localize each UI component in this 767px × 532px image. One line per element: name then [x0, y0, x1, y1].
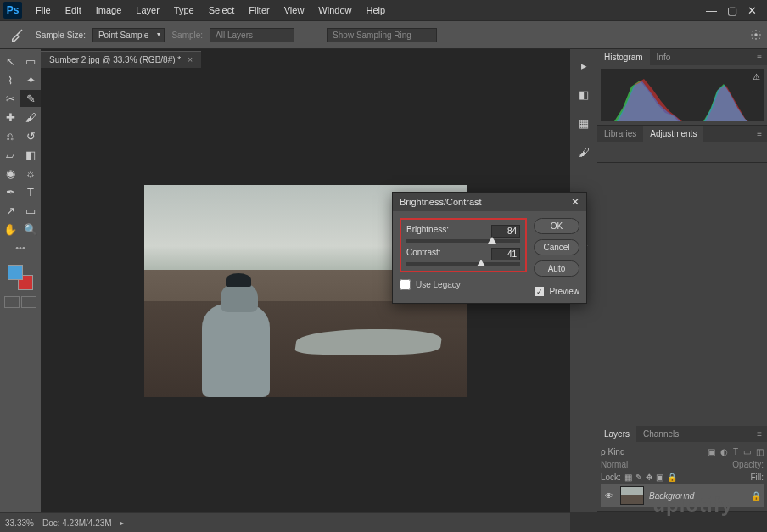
lock-paint-icon[interactable]: ✎	[635, 473, 642, 482]
menu-type[interactable]: Type	[167, 2, 201, 19]
crop-tool-icon[interactable]: ✂	[0, 90, 20, 107]
strip-color-icon[interactable]: ◧	[574, 85, 593, 104]
magic-wand-tool-icon[interactable]: ✦	[20, 71, 41, 88]
menu-layer[interactable]: Layer	[129, 2, 166, 19]
menu-select[interactable]: Select	[202, 2, 242, 19]
brightness-value-input[interactable]: 84	[491, 225, 520, 238]
brightness-slider[interactable]	[406, 239, 520, 243]
path-tool-icon[interactable]: ↗	[0, 202, 20, 219]
type-tool-icon[interactable]: T	[20, 183, 41, 200]
preview-check-icon[interactable]: ✓	[535, 287, 544, 296]
filter-shape-icon[interactable]: ▭	[743, 447, 751, 456]
toolbox-more-icon[interactable]: •••	[15, 243, 25, 253]
move-tool-icon[interactable]: ↖	[0, 53, 20, 70]
document-tab-bar: Sumber 2.jpg @ 33.3% (RGB/8#) * ×	[41, 49, 570, 70]
preview-checkbox[interactable]: ✓ Preview	[534, 287, 579, 296]
lasso-tool-icon[interactable]: ⌇	[0, 71, 20, 88]
tab-libraries[interactable]: Libraries	[597, 126, 643, 142]
options-gear-icon[interactable]	[750, 29, 762, 41]
blend-mode-dropdown[interactable]: Normal	[601, 460, 628, 469]
menu-view[interactable]: View	[277, 2, 311, 19]
menu-image[interactable]: Image	[89, 2, 129, 19]
tab-layers[interactable]: Layers	[597, 426, 636, 442]
contrast-slider[interactable]	[406, 262, 520, 266]
cancel-button[interactable]: Cancel	[534, 239, 579, 255]
tab-info[interactable]: Info	[650, 49, 678, 65]
use-legacy-checkbox[interactable]: Use Legacy	[400, 279, 527, 290]
contrast-label: Contrast:	[406, 248, 441, 260]
lock-label: Lock:	[601, 473, 621, 482]
filter-smart-icon[interactable]: ◫	[756, 447, 764, 456]
marquee-tool-icon[interactable]: ▭	[20, 53, 41, 70]
auto-button[interactable]: Auto	[534, 260, 579, 277]
panel-menu-icon[interactable]: ≡	[752, 49, 767, 65]
tab-channels[interactable]: Channels	[636, 426, 686, 442]
menu-edit[interactable]: Edit	[59, 2, 88, 19]
sampling-ring-field[interactable]: Show Sampling Ring	[327, 28, 437, 42]
tab-histogram[interactable]: Histogram	[597, 49, 650, 65]
menu-filter[interactable]: Filter	[242, 2, 276, 19]
strip-brush-icon[interactable]: 🖌	[574, 143, 593, 161]
gradient-tool-icon[interactable]: ◧	[20, 146, 41, 163]
eyedropper-tool-icon[interactable]: ✎	[20, 90, 41, 107]
shape-tool-icon[interactable]: ▭	[20, 202, 41, 219]
history-brush-tool-icon[interactable]: ↺	[20, 127, 41, 144]
lock-transparency-icon[interactable]: ▦	[624, 473, 632, 482]
tab-adjustments[interactable]: Adjustments	[643, 126, 703, 142]
ok-button[interactable]: OK	[534, 218, 579, 234]
histogram-warning-icon[interactable]: ⚠	[753, 72, 760, 81]
svg-point-0	[754, 33, 758, 36]
dialog-highlight-box: Brightness: 84 Contrast: 41	[400, 218, 527, 272]
contrast-thumb[interactable]	[477, 260, 485, 266]
zoom-level[interactable]: 33.33%	[5, 518, 34, 528]
close-icon[interactable]: ✕	[747, 4, 757, 17]
sample-field[interactable]: All Layers	[210, 28, 294, 42]
filter-type-icon[interactable]: T	[733, 447, 738, 456]
sample-size-dropdown[interactable]: Point Sample	[92, 28, 165, 42]
minimize-icon[interactable]: —	[706, 4, 717, 17]
menu-help[interactable]: Help	[359, 2, 392, 19]
brush-tool-icon[interactable]: 🖌	[20, 109, 41, 126]
quickmask-icon[interactable]	[4, 296, 20, 308]
filter-image-icon[interactable]: ▣	[708, 447, 715, 456]
hand-tool-icon[interactable]: ✋	[0, 221, 20, 238]
brightness-thumb[interactable]	[488, 237, 496, 244]
dodge-tool-icon[interactable]: ☼	[20, 165, 41, 182]
lock-all-icon[interactable]: 🔒	[667, 473, 677, 482]
zoom-tool-icon[interactable]: 🔍	[20, 221, 41, 238]
tab-close-icon[interactable]: ×	[188, 55, 193, 64]
layer-filter-kind[interactable]: ρ Kind	[601, 447, 624, 456]
pen-tool-icon[interactable]: ✒	[0, 183, 20, 200]
blur-tool-icon[interactable]: ◉	[0, 165, 20, 182]
right-panels: Histogram Info ≡ ⚠ Libraries	[597, 49, 767, 512]
filter-adjust-icon[interactable]: ◐	[720, 447, 728, 456]
maximize-icon[interactable]: ▢	[727, 4, 737, 17]
dialog-title-bar[interactable]: Brightness/Contrast ✕	[393, 193, 586, 211]
document-tab[interactable]: Sumber 2.jpg @ 33.3% (RGB/8#) * ×	[41, 51, 201, 68]
heal-tool-icon[interactable]: ✚	[0, 109, 20, 126]
menu-file[interactable]: File	[29, 2, 58, 19]
lock-artboard-icon[interactable]: ▣	[656, 473, 663, 482]
current-tool-eyedropper-icon[interactable]	[5, 25, 29, 44]
dialog-close-icon[interactable]: ✕	[571, 196, 579, 208]
layer-thumbnail[interactable]	[620, 486, 644, 505]
menu-window[interactable]: Window	[311, 2, 358, 19]
doc-info[interactable]: Doc: 4.23M/4.23M	[42, 518, 112, 528]
screenmode-icon[interactable]	[21, 296, 36, 308]
color-swatches[interactable]	[8, 265, 33, 290]
status-more-icon[interactable]: ▸	[120, 519, 124, 527]
image-person	[202, 270, 278, 397]
layer-lock-icon[interactable]: 🔒	[751, 491, 761, 501]
eraser-tool-icon[interactable]: ▱	[0, 146, 20, 163]
strip-swatches-icon[interactable]: ▦	[574, 114, 593, 132]
foreground-swatch[interactable]	[8, 265, 23, 280]
panel-menu-icon-2[interactable]: ≡	[752, 126, 767, 142]
contrast-value-input[interactable]: 41	[491, 248, 520, 260]
title-bar: Ps File Edit Image Layer Type Select Fil…	[0, 0, 767, 20]
panel-menu-icon-3[interactable]: ≡	[752, 426, 767, 442]
layer-visibility-icon[interactable]: 👁	[603, 491, 615, 501]
use-legacy-input[interactable]	[400, 279, 411, 290]
lock-position-icon[interactable]: ✥	[646, 473, 652, 482]
strip-expand-icon[interactable]: ▸	[574, 56, 593, 75]
stamp-tool-icon[interactable]: ⎌	[0, 127, 20, 144]
